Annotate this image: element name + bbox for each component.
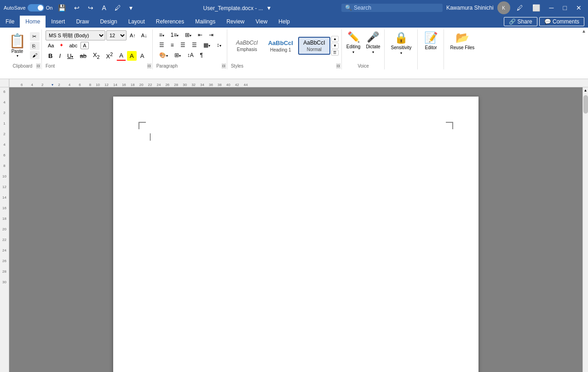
font-expand[interactable]: ⊡ [147, 63, 151, 69]
tab-help[interactable]: Help [273, 16, 295, 28]
editing-button[interactable]: ✏️ Editing ▾ [345, 30, 363, 61]
tab-insert[interactable]: Insert [46, 16, 70, 28]
bullets-button[interactable]: ≡▾ [156, 30, 167, 40]
dictate-button[interactable]: 🎤 Dictate ▾ [364, 30, 382, 61]
character-shading-button[interactable]: A [138, 51, 147, 61]
numbering-button[interactable]: 1≡▾ [168, 30, 182, 40]
style-normal[interactable]: AaBbCcI Normal [298, 37, 330, 55]
pen-button[interactable]: 🖊 [514, 3, 526, 12]
style-emphasis[interactable]: AaBbCcI Emphasis [231, 37, 263, 54]
document-area[interactable] [9, 87, 582, 372]
emphasis-label: Emphasis [235, 47, 259, 52]
close-button[interactable]: ✕ [573, 3, 584, 12]
font-name-select[interactable]: MS S 明朝 (Body) [46, 30, 105, 40]
decrease-indent-button[interactable]: ⇤ [195, 30, 205, 40]
columns-button[interactable]: ▦▾ [201, 40, 213, 50]
autosave-toggle-button[interactable] [28, 4, 44, 11]
subscript-button[interactable]: X2 [90, 50, 103, 61]
styles-expand[interactable]: ⊡ [336, 63, 340, 69]
styles-scroll-up[interactable]: ▲ [331, 36, 339, 42]
highlight-quick[interactable]: 🖊 [112, 3, 124, 12]
strikethrough-button[interactable]: ab [77, 51, 89, 61]
vertical-scrollbar[interactable]: ▲ ▼ [582, 87, 588, 372]
save-button[interactable]: 💾 [55, 3, 69, 12]
clear-formatting-button[interactable]: ✦ [57, 41, 66, 49]
superscript-button[interactable]: X2 [104, 50, 116, 61]
multilevel-list-button[interactable]: ⊞▾ [182, 30, 194, 40]
editor-button[interactable]: 📝 Editor [422, 30, 440, 51]
align-left-button[interactable]: ☰ [156, 40, 167, 50]
clipboard-label: Clipboard [13, 63, 33, 69]
increase-indent-button[interactable]: ⇥ [206, 30, 216, 40]
undo-button[interactable]: ↩ [71, 3, 82, 12]
style-heading1[interactable]: AaBbCcI Heading 1 [264, 37, 297, 55]
decrease-font-button[interactable]: A↓ [139, 32, 150, 39]
autosave-area[interactable]: AutoSave On [4, 4, 52, 11]
clipboard-expand[interactable]: ⊡ [36, 63, 40, 69]
font-size-select[interactable]: 12 [106, 30, 127, 40]
increase-font-button[interactable]: A↑ [127, 32, 138, 39]
editor-icon: 📝 [424, 31, 438, 44]
tab-references[interactable]: References [150, 16, 190, 28]
underline-button[interactable]: U▾ [64, 51, 76, 61]
title-dropdown[interactable]: ▾ [265, 3, 273, 12]
styles-more[interactable]: ☰ [331, 50, 339, 56]
search-box[interactable]: 🔍 [341, 4, 443, 12]
minimize-button[interactable]: ─ [547, 3, 557, 12]
search-input[interactable] [354, 5, 439, 11]
reuse-files-button[interactable]: 📂 Reuse Files [449, 30, 477, 51]
share-button[interactable]: 🔗 Share [504, 17, 537, 26]
font-color-button[interactable]: A [116, 51, 126, 61]
font-color-quick[interactable]: A [99, 3, 109, 12]
format-painter-icon: 🖌 [32, 52, 37, 58]
text-effects-button[interactable]: abc [67, 42, 80, 49]
cut-button[interactable]: ✂ [30, 32, 40, 41]
highlight-button[interactable]: A [127, 51, 137, 61]
borders-button[interactable]: ⊞▾ [172, 51, 184, 60]
tab-home[interactable]: Home [20, 16, 46, 28]
dictate-dropdown[interactable]: ▾ [372, 50, 374, 54]
redo-button[interactable]: ↪ [85, 3, 96, 12]
sensitivity-button[interactable]: 🔒 Sensitivity ▾ [389, 30, 414, 56]
tab-draw[interactable]: Draw [70, 16, 94, 28]
shading-button[interactable]: 🎨▾ [156, 51, 171, 60]
document-content[interactable] [150, 142, 442, 372]
line-spacing-button[interactable]: ↕▾ [214, 40, 224, 50]
ribbon-display-button[interactable]: ⬜ [530, 3, 543, 12]
styles-scroll-down[interactable]: ▼ [331, 43, 339, 49]
sort-button[interactable]: ↕A [184, 51, 196, 60]
paragraph-expand[interactable]: ⊡ [222, 63, 226, 69]
editing-dropdown[interactable]: ▾ [352, 50, 354, 54]
quick-access-more[interactable]: ▾ [127, 3, 135, 12]
bold-button[interactable]: B [46, 51, 55, 61]
paste-button[interactable]: 📋 Paste ▾ [6, 30, 29, 60]
collapse-ribbon-button[interactable]: ▲ [582, 29, 586, 34]
align-center-button[interactable]: ≡ [168, 40, 177, 50]
tab-design[interactable]: Design [94, 16, 122, 28]
align-right-button[interactable]: ☰ [178, 40, 188, 50]
justify-button[interactable]: ☰ [189, 40, 200, 50]
copy-button[interactable]: ⎘ [30, 42, 40, 50]
tab-view[interactable]: View [250, 16, 273, 28]
sensitivity-dropdown[interactable]: ▾ [400, 51, 402, 55]
scroll-thumb[interactable] [583, 95, 588, 114]
show-marks-button[interactable]: ¶ [197, 51, 206, 60]
tab-mailings[interactable]: Mailings [190, 16, 221, 28]
restore-button[interactable]: □ [560, 3, 570, 12]
tab-file[interactable]: File [0, 16, 20, 28]
character-border-button[interactable]: A [81, 42, 88, 49]
paste-dropdown[interactable]: ▾ [17, 54, 18, 58]
comments-button[interactable]: 💬 Comments [539, 17, 584, 26]
format-painter-button[interactable]: 🖌 [30, 51, 40, 59]
autosave-state: On [46, 5, 53, 11]
user-avatar[interactable]: K [497, 1, 510, 14]
change-case-button[interactable]: Aa [46, 42, 56, 49]
clipboard-group-content: 📋 Paste ▾ ✂ ⎘ 🖌 [6, 30, 40, 60]
dictate-label: Dictate [366, 44, 380, 49]
document-page[interactable] [113, 97, 478, 372]
italic-button[interactable]: I [56, 51, 63, 61]
tab-layout[interactable]: Layout [123, 16, 150, 28]
scroll-up-button[interactable]: ▲ [583, 87, 588, 93]
tab-review[interactable]: Review [221, 16, 250, 28]
reuse-files-icon: 📂 [455, 31, 469, 44]
